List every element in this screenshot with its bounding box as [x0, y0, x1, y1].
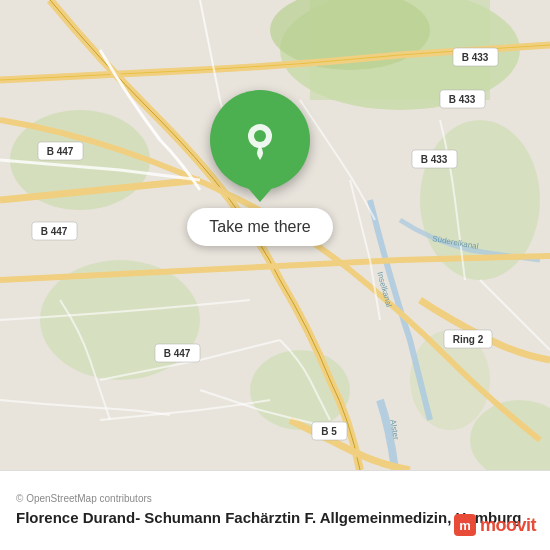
popup-balloon: [210, 90, 310, 190]
svg-point-30: [254, 130, 266, 142]
moovit-text: moovit: [480, 515, 536, 536]
svg-text:B 447: B 447: [47, 146, 74, 157]
svg-text:Ring 2: Ring 2: [453, 334, 484, 345]
map-container: B 447 B 447 B 447 B 433 B 433 B 433 Ring…: [0, 0, 550, 470]
take-me-there-button[interactable]: Take me there: [187, 208, 332, 246]
svg-text:B 433: B 433: [462, 52, 489, 63]
moovit-icon: m: [454, 514, 476, 536]
moovit-logo: m moovit: [454, 514, 536, 536]
location-pin-icon: [240, 120, 280, 160]
svg-text:B 433: B 433: [449, 94, 476, 105]
svg-text:B 447: B 447: [41, 226, 68, 237]
bottom-bar: © OpenStreetMap contributors Florence Du…: [0, 470, 550, 550]
svg-text:B 433: B 433: [421, 154, 448, 165]
location-popup: Take me there: [155, 90, 365, 246]
map-attribution: © OpenStreetMap contributors: [16, 493, 534, 504]
svg-text:B 5: B 5: [321, 426, 337, 437]
svg-text:B 447: B 447: [164, 348, 191, 359]
svg-text:m: m: [459, 518, 471, 533]
